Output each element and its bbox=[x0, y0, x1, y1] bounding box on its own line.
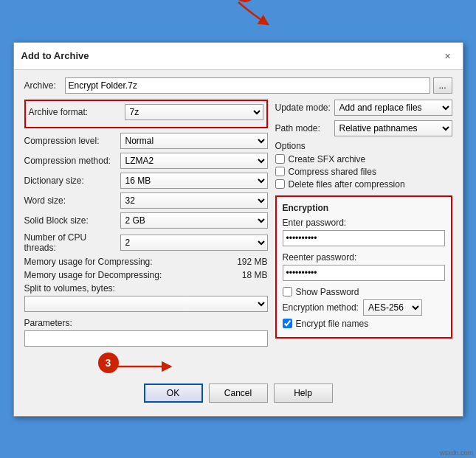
compression-method-select[interactable]: LZMA2 bbox=[120, 153, 268, 169]
enc-method-label: Encryption method: bbox=[283, 302, 359, 313]
show-password-label: Show Password bbox=[296, 287, 359, 297]
archive-format-row: Archive format: 7z bbox=[29, 104, 263, 120]
show-password-checkbox[interactable] bbox=[283, 287, 292, 296]
dictionary-size-label: Dictionary size: bbox=[24, 176, 120, 186]
solid-block-select[interactable]: 2 GB bbox=[120, 212, 268, 229]
split-select[interactable] bbox=[24, 296, 268, 312]
options-section: Options Create SFX archive Compress shar… bbox=[275, 141, 452, 190]
archive-input[interactable] bbox=[65, 77, 430, 94]
word-size-row: Word size: 32 bbox=[24, 192, 268, 209]
update-mode-select[interactable]: Add and replace files bbox=[334, 100, 452, 116]
memory-decompress-label: Memory usage for Decompressing: bbox=[24, 270, 162, 280]
compress-shared-checkbox[interactable] bbox=[275, 167, 285, 176]
archive-format-box: Archive format: 7z bbox=[24, 100, 268, 128]
left-panel: Archive format: 7z Compression level: No… bbox=[24, 100, 268, 353]
cancel-button[interactable]: Cancel bbox=[209, 384, 268, 403]
dialog-title: Add to Archive bbox=[21, 50, 89, 61]
dialog-body: Archive: ... Archive format: 7z bbox=[14, 70, 463, 416]
encryption-title: Encryption bbox=[283, 203, 445, 213]
encrypt-names-row: Encrypt file names bbox=[283, 319, 445, 329]
split-label: Split to volumes, bytes: bbox=[24, 283, 268, 294]
badge-2: 2 bbox=[235, 0, 255, 2]
delete-after-checkbox[interactable] bbox=[275, 179, 285, 189]
show-password-row: Show Password bbox=[283, 287, 445, 297]
archive-format-label: Archive format: bbox=[29, 107, 125, 117]
path-mode-row: Path mode: Relative pathnames bbox=[275, 120, 452, 136]
dictionary-size-select-wrap[interactable]: 16 MB bbox=[120, 173, 268, 189]
word-size-select-wrap[interactable]: 32 bbox=[120, 192, 268, 209]
bottom-section: 3 OK Cancel Help bbox=[24, 353, 452, 409]
compression-method-select-wrap[interactable]: LZMA2 bbox=[120, 153, 268, 169]
dictionary-size-row: Dictionary size: 16 MB bbox=[24, 173, 268, 189]
update-mode-label: Update mode: bbox=[275, 103, 334, 113]
cpu-threads-label: Number of CPU threads: bbox=[24, 232, 120, 253]
memory-compress-row: Memory usage for Compressing: 192 MB bbox=[24, 257, 268, 267]
path-mode-label: Path mode: bbox=[275, 123, 334, 133]
dictionary-size-select[interactable]: 16 MB bbox=[120, 173, 268, 189]
enter-password-input[interactable] bbox=[283, 230, 445, 246]
compress-shared-row: Compress shared files bbox=[275, 167, 452, 177]
right-panel: Update mode: Add and replace files Path … bbox=[275, 100, 452, 353]
arrow-2 bbox=[232, 0, 273, 26]
memory-compress-value: 192 MB bbox=[237, 257, 267, 267]
add-to-archive-dialog: Add to Archive × Archive: ... Archive fo… bbox=[13, 42, 463, 417]
archive-format-select[interactable]: 7z bbox=[125, 104, 263, 120]
watermark: wsxdn.com bbox=[440, 449, 473, 457]
compression-level-select-wrap[interactable]: Normal bbox=[120, 133, 268, 149]
reenter-password-label: Reenter password: bbox=[283, 252, 445, 263]
memory-compress-label: Memory usage for Compressing: bbox=[24, 257, 153, 267]
archive-label: Archive: bbox=[24, 80, 65, 91]
solid-block-row: Solid Block size: 2 GB bbox=[24, 212, 268, 229]
delete-after-row: Delete files after compression bbox=[275, 179, 452, 190]
path-mode-select[interactable]: Relative pathnames bbox=[334, 120, 452, 136]
browse-button[interactable]: ... bbox=[433, 77, 452, 94]
archive-format-select-wrap[interactable]: 7z bbox=[125, 104, 263, 120]
compression-level-label: Compression level: bbox=[24, 136, 120, 146]
badge-3: 3 bbox=[98, 353, 119, 373]
solid-block-label: Solid Block size: bbox=[24, 215, 120, 226]
compression-level-row: Compression level: Normal bbox=[24, 133, 268, 149]
compression-method-row: Compression method: LZMA2 bbox=[24, 153, 268, 169]
archive-row: Archive: ... bbox=[24, 77, 452, 94]
create-sfx-row: Create SFX archive bbox=[275, 154, 452, 164]
create-sfx-label: Create SFX archive bbox=[289, 154, 366, 164]
help-button[interactable]: Help bbox=[274, 384, 333, 403]
main-content: Archive format: 7z Compression level: No… bbox=[24, 100, 452, 353]
delete-after-label: Delete files after compression bbox=[289, 179, 405, 190]
memory-decompress-value: 18 MB bbox=[242, 270, 268, 280]
encrypt-names-checkbox[interactable] bbox=[283, 319, 292, 328]
enc-method-select[interactable]: AES-256 bbox=[363, 299, 422, 316]
reenter-password-input[interactable] bbox=[283, 265, 445, 281]
params-label: Parameters: bbox=[24, 318, 268, 328]
solid-block-select-wrap[interactable]: 2 GB bbox=[120, 212, 268, 229]
create-sfx-checkbox[interactable] bbox=[275, 154, 285, 164]
params-input[interactable] bbox=[24, 330, 268, 347]
cpu-threads-row: Number of CPU threads: 2 bbox=[24, 232, 268, 253]
enc-method-row: Encryption method: AES-256 bbox=[283, 299, 445, 316]
memory-decompress-row: Memory usage for Decompressing: 18 MB bbox=[24, 270, 268, 280]
title-bar: Add to Archive × bbox=[14, 43, 463, 70]
cpu-threads-select-wrap[interactable]: 2 bbox=[120, 235, 268, 251]
cpu-threads-select[interactable]: 2 bbox=[120, 235, 268, 251]
compression-level-select[interactable]: Normal bbox=[120, 133, 268, 149]
button-row: OK Cancel Help bbox=[144, 384, 333, 403]
arrow-3 bbox=[113, 355, 179, 378]
archive-input-wrap: ... bbox=[65, 77, 452, 94]
compression-method-label: Compression method: bbox=[24, 156, 120, 166]
enter-password-label: Enter password: bbox=[283, 218, 445, 228]
encryption-box: Encryption Enter password: Reenter passw… bbox=[275, 195, 452, 339]
encrypt-names-label: Encrypt file names bbox=[296, 319, 369, 329]
word-size-label: Word size: bbox=[24, 195, 120, 206]
ok-button[interactable]: OK bbox=[144, 384, 203, 403]
params-section: Parameters: bbox=[24, 318, 268, 347]
word-size-select[interactable]: 32 bbox=[120, 192, 268, 209]
split-section: Split to volumes, bytes: bbox=[24, 283, 268, 312]
options-title: Options bbox=[275, 141, 452, 151]
update-mode-row: Update mode: Add and replace files bbox=[275, 100, 452, 116]
close-button[interactable]: × bbox=[441, 49, 455, 63]
compress-shared-label: Compress shared files bbox=[289, 167, 376, 177]
